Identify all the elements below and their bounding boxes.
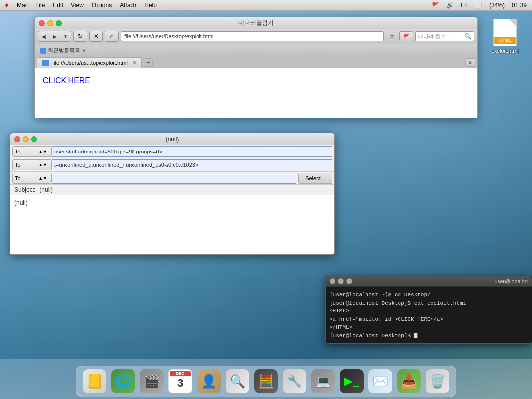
terminal-content[interactable]: [user@localhost ~]$ cd Desktop/ [user@lo…: [326, 287, 532, 343]
calendar-day: 3: [177, 378, 183, 389]
dock-item-contacts[interactable]: 👤: [196, 368, 222, 395]
menubar-file[interactable]: File: [33, 1, 48, 10]
dock-search-icon: 🔍: [226, 369, 249, 393]
browser-title: 내나라열람기: [238, 19, 274, 27]
dock-mail-icon: 📒: [83, 369, 106, 393]
to-input-2[interactable]: [52, 159, 332, 170]
dock: 📒 🌐 🎬 DEC 3: [0, 359, 532, 399]
subject-value: (null): [39, 186, 53, 193]
new-tab-button[interactable]: +: [144, 58, 153, 67]
menubar-help[interactable]: Help: [141, 1, 160, 10]
subject-row: Subject: (null): [10, 185, 334, 195]
mail-close-button[interactable]: [14, 136, 20, 142]
selector-arrow-3: ▲▼: [38, 176, 47, 181]
mail-maximize-button[interactable]: [31, 136, 37, 142]
select-button[interactable]: Select...: [298, 173, 332, 184]
dock-item-browser[interactable]: 🌐: [110, 368, 136, 395]
selector-arrow-2: ▲▼: [38, 162, 47, 167]
window-controls: [39, 20, 62, 26]
dock-calendar-icon: DEC 3: [168, 369, 192, 393]
dock-video-icon: 🎬: [140, 369, 164, 393]
browser-tab-active[interactable]: file:///Users/us...top/exploit.html ✕: [37, 57, 142, 68]
field-type-label-1: To: [15, 149, 21, 154]
volume-icon[interactable]: 🔊: [445, 2, 455, 9]
menubar-attach[interactable]: Attach: [117, 1, 139, 10]
terminal-line-3: <HTML>: [330, 307, 528, 315]
mail-body[interactable]: (null): [10, 195, 334, 254]
dock-item-video[interactable]: 🎬: [138, 368, 165, 395]
video-app-icon: 🎬: [144, 374, 159, 388]
field-type-selector-1[interactable]: To ▲▼: [12, 146, 52, 157]
tab-favicon: [42, 60, 49, 66]
calc-app-icon: 🧮: [258, 374, 274, 389]
menubar-view[interactable]: View: [68, 1, 87, 10]
bookmark-dropdown-icon[interactable]: ▼: [82, 48, 86, 53]
close-button[interactable]: [39, 20, 45, 26]
desktop-file-icon[interactable]: HTML exploit.html: [488, 19, 522, 54]
menubar-mail[interactable]: Mail: [14, 1, 31, 10]
url-bar[interactable]: file:///Users/user/Desktop/exploit.html: [121, 31, 384, 41]
tab-scroll-button[interactable]: ≡: [466, 58, 475, 67]
maximize-button[interactable]: [56, 20, 62, 26]
menubar: ✦ Mail File Edit View Options Attach Hel…: [0, 0, 532, 11]
language-indicator[interactable]: En: [459, 2, 469, 9]
stop-button[interactable]: ✕: [89, 31, 103, 42]
flag-button[interactable]: 🚩: [399, 31, 413, 41]
tab-label: file:///Users/us...top/exploit.html: [52, 60, 128, 66]
field-type-selector-2[interactable]: To ▲▼: [12, 159, 52, 170]
dock-item-tools[interactable]: 🔧: [281, 368, 308, 395]
terminal-control-3[interactable]: [346, 278, 352, 284]
dock-terminal-icon: ▶_: [340, 369, 364, 393]
mail-to-field-3: To ▲▼ Select...: [10, 172, 334, 185]
menubar-edit[interactable]: Edit: [50, 1, 66, 10]
minimize-button[interactable]: [47, 20, 53, 26]
field-type-selector-3[interactable]: To ▲▼: [12, 173, 52, 184]
dock-item-trash[interactable]: 🗑️: [424, 368, 451, 395]
bookmarks-bar: 최근방문목록 ▼: [35, 44, 477, 57]
terminal-line-6: [user@localhost Desktop]$ █: [330, 332, 528, 340]
desktop: ✦ Mail File Edit View Options Attach Hel…: [0, 0, 532, 399]
dock-item-laptop[interactable]: 💻: [310, 368, 336, 395]
home-button[interactable]: ⌂: [105, 31, 119, 42]
dock-item-mail[interactable]: 📒: [81, 368, 108, 395]
forward-button[interactable]: ▶: [49, 31, 60, 41]
dock-trash-icon: 🗑️: [426, 369, 449, 393]
to-input-3[interactable]: [52, 173, 296, 184]
file-label: exploit.html: [491, 48, 519, 54]
terminal-window: user@localho [user@localhost ~]$ cd Desk…: [325, 276, 532, 344]
dock-item-calendar[interactable]: DEC 3: [167, 368, 194, 395]
menubar-options[interactable]: Options: [89, 1, 115, 10]
to-input-1[interactable]: [52, 146, 332, 157]
flag-icon: 🚩: [431, 2, 441, 9]
dock-item-terminal[interactable]: ▶_: [338, 368, 365, 395]
dock-downloads-icon: 📥: [397, 369, 421, 393]
terminal-control-2[interactable]: [338, 278, 344, 284]
search-bar[interactable]: 내나라 웹브... 🔍: [415, 31, 474, 41]
battery-percent: (34%): [488, 2, 506, 9]
tab-bar: file:///Users/us...top/exploit.html ✕ + …: [35, 57, 477, 68]
calendar-month: DEC: [170, 371, 191, 376]
mail-minimize-button[interactable]: [23, 136, 29, 142]
browser-titlebar: 내나라열람기: [35, 17, 477, 29]
nav-dropdown[interactable]: ▼: [60, 31, 71, 41]
terminal-window-controls: [330, 278, 352, 284]
dock-calculator-icon: 🧮: [254, 369, 278, 393]
reload-button[interactable]: ↻: [73, 31, 87, 42]
terminal-line-5: </HTML>: [330, 323, 528, 332]
dock-item-calculator[interactable]: 🧮: [253, 368, 279, 395]
dock-contacts-icon: 👤: [197, 369, 221, 393]
dock-item-email2[interactable]: ✉️: [367, 368, 394, 395]
back-button[interactable]: ◀: [38, 31, 49, 41]
dock-item-downloads[interactable]: 📥: [396, 368, 422, 395]
bookmark-star[interactable]: ☆: [386, 31, 398, 41]
tab-close-icon[interactable]: ✕: [133, 60, 136, 65]
dock-tools-icon: 🔧: [283, 369, 306, 393]
terminal-control-1[interactable]: [330, 278, 335, 284]
html-file: HTML: [493, 19, 517, 46]
bookmark-recent[interactable]: 최근방문목록 ▼: [38, 46, 89, 55]
mail-window-title: (null): [166, 136, 179, 143]
apple-logo-icon[interactable]: ✦: [4, 1, 10, 9]
dock-items: 📒 🌐 🎬 DEC 3: [76, 366, 456, 397]
dock-item-search[interactable]: 🔍: [224, 368, 251, 395]
click-here-link[interactable]: CLICK HERE: [43, 76, 90, 85]
